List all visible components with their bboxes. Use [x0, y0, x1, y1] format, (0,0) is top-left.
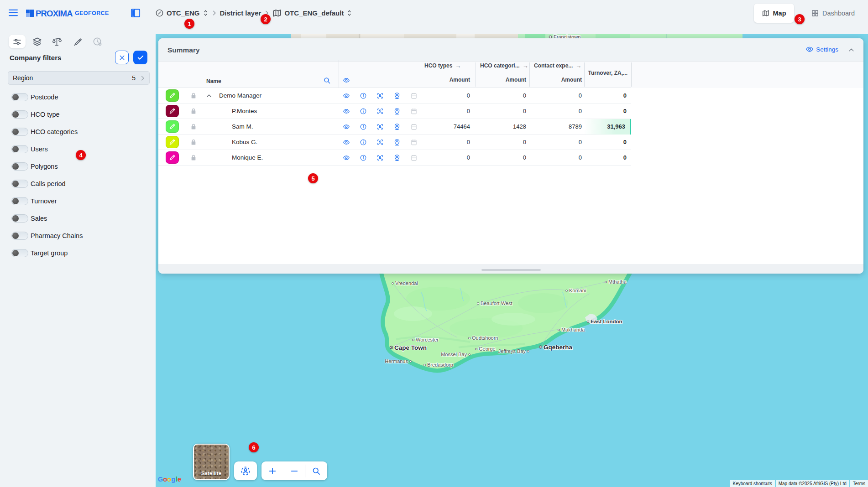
sidebar-toggle-icon[interactable] — [131, 8, 141, 18]
toggle-switch[interactable] — [11, 162, 28, 171]
toggle-switch[interactable] — [11, 214, 28, 223]
tab-company-filters[interactable] — [9, 35, 26, 48]
city-marker — [605, 281, 607, 283]
table-row-monique-e-[interactable]: Monique E.0000 — [158, 150, 631, 166]
column-group-contact[interactable]: Contact expe...→ — [534, 62, 581, 70]
cell-amount-3: 0 — [536, 88, 582, 104]
street-view-icon — [240, 466, 251, 477]
toggle-switch[interactable] — [11, 93, 28, 101]
region-count: 5 — [132, 74, 136, 82]
menu-icon[interactable] — [8, 9, 18, 17]
cell-amount-1: 0 — [424, 135, 470, 150]
cell-amount-2: 1428 — [481, 119, 526, 135]
map-config-select-icon[interactable] — [346, 9, 352, 17]
row-contacts-icon[interactable] — [376, 92, 384, 99]
row-location-icon[interactable] — [393, 92, 401, 99]
row-location-icon[interactable] — [393, 108, 401, 115]
toggle-switch[interactable] — [11, 145, 28, 153]
table-row-sam-m-[interactable]: Sam M.744641428878931,963 — [158, 119, 631, 135]
row-contacts-icon[interactable] — [376, 108, 384, 115]
row-name: Sam M. — [232, 119, 253, 135]
lock-icon[interactable] — [190, 107, 197, 115]
filter-item-postcode: Postcode — [0, 88, 156, 106]
row-calendar-icon[interactable] — [410, 108, 418, 115]
breadcrumb-map-config[interactable]: OTC_ENG_default — [284, 9, 344, 17]
search-icon[interactable] — [323, 77, 331, 84]
panel-resize-handle[interactable] — [481, 269, 541, 271]
terms-link[interactable]: Terms — [850, 480, 868, 487]
tab-draw[interactable] — [73, 36, 83, 47]
row-calendar-icon[interactable] — [410, 139, 418, 146]
cell-amount-2: 0 — [481, 104, 526, 119]
lock-icon[interactable] — [190, 92, 197, 99]
cell-amount-2: 0 — [481, 135, 526, 150]
row-contacts-icon[interactable] — [376, 154, 384, 161]
row-contacts-icon[interactable] — [376, 139, 384, 146]
workspace-select-icon[interactable] — [203, 9, 209, 17]
toggle-switch[interactable] — [11, 249, 28, 257]
summary-panel-footer — [158, 264, 863, 274]
summary-settings-button[interactable]: Settings — [805, 45, 838, 53]
zoom-out-button[interactable] — [283, 461, 305, 480]
row-contacts-icon[interactable] — [376, 123, 384, 130]
table-row-p-montes[interactable]: P.Montes0000 — [158, 104, 631, 119]
clear-filters-button[interactable] — [115, 51, 129, 64]
minus-icon — [290, 466, 299, 476]
tab-layers[interactable] — [32, 36, 42, 47]
row-info-icon[interactable] — [360, 108, 367, 115]
toggle-switch[interactable] — [11, 180, 28, 188]
chevron-right-icon — [140, 75, 146, 81]
view-tab-dashboard[interactable]: Dashboard — [805, 4, 862, 23]
column-turnover[interactable]: Turnover, ZA,... — [582, 70, 627, 76]
row-color-badge[interactable] — [166, 151, 179, 164]
row-location-icon[interactable] — [393, 154, 401, 161]
toggle-switch[interactable] — [11, 232, 28, 240]
row-color-badge[interactable] — [166, 120, 179, 133]
column-group-hco-types[interactable]: HCO types→ — [424, 62, 461, 70]
row-info-icon[interactable] — [360, 92, 367, 99]
table-row-demo-manager[interactable]: Demo Manager0000 — [158, 88, 631, 104]
collapse-row-icon[interactable] — [206, 93, 212, 99]
lock-icon[interactable] — [190, 154, 197, 161]
collapse-panel-icon[interactable] — [848, 47, 855, 53]
toggle-switch[interactable] — [11, 197, 28, 205]
keyboard-shortcuts-link[interactable]: Keyboard shortcuts — [730, 480, 774, 487]
column-name: Name — [206, 77, 221, 86]
locate-me-button[interactable] — [234, 461, 257, 480]
row-info-icon[interactable] — [360, 139, 367, 146]
row-calendar-icon[interactable] — [410, 154, 418, 161]
lock-icon[interactable] — [190, 138, 197, 146]
column-group-hco-categories[interactable]: HCO categori...→ — [480, 62, 528, 70]
view-tab-map[interactable]: Map — [754, 4, 794, 23]
row-color-badge[interactable] — [166, 105, 179, 117]
lock-icon[interactable] — [190, 123, 197, 130]
table-row-kobus-g-[interactable]: Kobus G.0000 — [158, 135, 631, 150]
city-marker — [468, 337, 471, 339]
map-search-button[interactable] — [305, 461, 327, 480]
row-location-icon[interactable] — [393, 139, 401, 146]
row-visibility-icon[interactable] — [343, 92, 350, 99]
tab-comparison[interactable] — [52, 36, 62, 47]
tab-history[interactable] — [92, 36, 103, 47]
row-info-icon[interactable] — [360, 154, 367, 161]
toggle-switch[interactable] — [11, 128, 28, 136]
row-visibility-icon[interactable] — [343, 139, 350, 146]
row-visibility-icon[interactable] — [343, 123, 350, 130]
zoom-in-button[interactable] — [261, 461, 283, 480]
toggle-switch[interactable] — [11, 110, 28, 119]
visibility-column-icon[interactable] — [342, 77, 350, 84]
row-color-badge[interactable] — [166, 136, 179, 148]
satellite-view-toggle[interactable]: Satellite — [193, 444, 230, 480]
breadcrumb-layer[interactable]: District layer — [220, 9, 261, 17]
breadcrumb-workspace[interactable]: OTC_ENG — [167, 9, 200, 17]
row-calendar-icon[interactable] — [410, 92, 418, 99]
row-color-badge[interactable] — [166, 89, 179, 102]
row-visibility-icon[interactable] — [343, 154, 350, 161]
row-location-icon[interactable] — [393, 123, 401, 130]
row-visibility-icon[interactable] — [343, 108, 350, 115]
apply-filters-button[interactable] — [133, 51, 147, 64]
filter-region-row[interactable]: Region 5 — [8, 71, 150, 85]
row-calendar-icon[interactable] — [410, 123, 418, 130]
row-info-icon[interactable] — [360, 123, 367, 130]
proxima-logo-icon — [26, 10, 34, 17]
